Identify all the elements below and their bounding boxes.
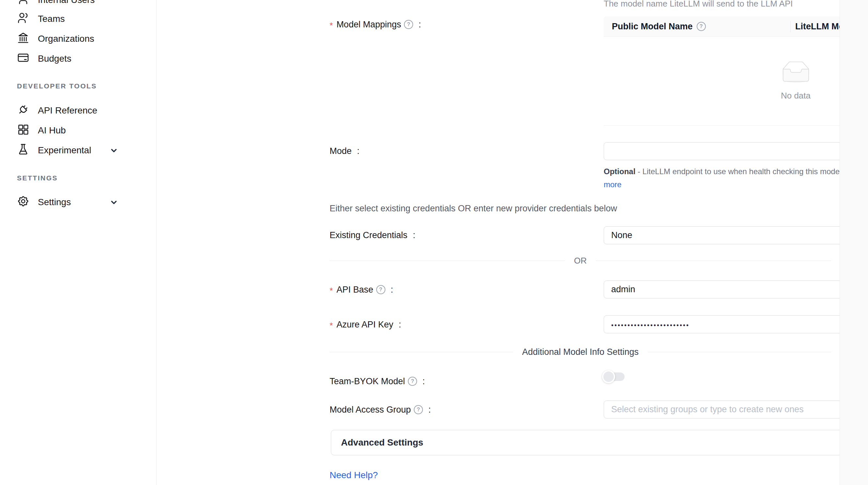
litellm-model-note: The model name LiteLLM will send to the … [604, 0, 793, 9]
flask-icon [17, 143, 29, 158]
chevron-down-icon [108, 197, 119, 207]
sidebar-section-settings: SETTINGS [17, 174, 58, 182]
table-empty-state: No data [604, 37, 868, 126]
azure-api-key-input[interactable]: •••••••••••••••••••••••• [604, 315, 868, 333]
help-circle-icon[interactable] [408, 377, 417, 386]
sidebar-item-label: Settings [38, 197, 71, 207]
credentials-note: Either select existing credentials OR en… [330, 203, 617, 214]
sidebar-item-label: Internal Users [38, 0, 95, 5]
team-byok-label: Team-BYOK Model [330, 375, 425, 387]
existing-credentials-label: Existing Credentials [330, 229, 415, 241]
grid-icon [17, 123, 29, 138]
api-base-input[interactable]: admin [604, 281, 868, 298]
user-icon [17, 0, 29, 7]
model-access-group-select[interactable]: Select existing groups or type to create… [604, 400, 868, 418]
sidebar-item-label: Experimental [38, 145, 91, 156]
api-base-label: API Base [330, 284, 393, 296]
table-header-row: Public Model Name LiteLLM Model Name [604, 16, 868, 37]
mode-label: Mode [330, 145, 360, 157]
additional-settings-divider: Additional Model Info Settings [330, 347, 831, 357]
mode-select[interactable] [604, 142, 868, 160]
sidebar-item-teams[interactable]: Teams [0, 9, 157, 29]
toggle-handle [602, 370, 615, 383]
team-byok-toggle[interactable] [604, 373, 625, 381]
sidebar: Internal Users Teams Organizations Budge… [0, 0, 157, 485]
help-circle-icon[interactable] [414, 405, 423, 414]
help-circle-icon[interactable] [404, 20, 413, 29]
azure-api-key-label: Azure API Key [330, 318, 401, 331]
existing-credentials-select[interactable]: None [604, 226, 868, 244]
sidebar-item-organizations[interactable]: Organizations [0, 29, 157, 48]
sidebar-item-api-reference[interactable]: API Reference [0, 101, 157, 120]
sidebar-item-label: AI Hub [38, 125, 66, 136]
help-circle-icon[interactable] [697, 22, 706, 31]
sidebar-item-label: Budgets [38, 54, 71, 64]
bank-icon [17, 32, 29, 46]
chevron-down-icon [108, 145, 119, 156]
sidebar-item-internal-users[interactable]: Internal Users [0, 0, 157, 10]
plug-icon [17, 103, 29, 118]
sidebar-item-budgets[interactable]: Budgets [0, 49, 157, 68]
add-model-form: The model name LiteLLM will send to the … [157, 0, 840, 485]
no-data-text: No data [781, 91, 811, 101]
credit-card-icon [17, 52, 29, 66]
sidebar-section-developer-tools: DEVELOPER TOOLS [17, 82, 97, 90]
mode-help-text: Optional - LiteLLM endpoint to use when … [604, 165, 868, 191]
model-access-group-label: Model Access Group [330, 403, 431, 416]
need-help-link[interactable]: Need Help? [330, 470, 378, 480]
sidebar-item-experimental[interactable]: Experimental [0, 140, 157, 160]
users-icon [17, 12, 29, 26]
gear-icon [17, 195, 29, 210]
sidebar-item-label: Organizations [38, 34, 94, 44]
page-background-strip [840, 0, 868, 485]
advanced-settings-panel[interactable]: Advanced Settings [331, 430, 868, 455]
table-header-public-model-name: Public Model Name [604, 16, 790, 36]
or-divider: OR [330, 256, 831, 266]
sidebar-item-label: API Reference [38, 105, 97, 116]
sidebar-item-ai-hub[interactable]: AI Hub [0, 121, 157, 140]
sidebar-item-settings[interactable]: Settings [0, 192, 157, 212]
sidebar-item-label: Teams [38, 14, 65, 24]
masked-password: •••••••••••••••••••••••• [611, 322, 689, 329]
empty-inbox-icon [778, 61, 814, 86]
help-circle-icon[interactable] [376, 285, 385, 294]
model-mappings-table: Public Model Name LiteLLM Model Name No … [604, 16, 868, 126]
model-mappings-label: Model Mappings [330, 18, 421, 31]
